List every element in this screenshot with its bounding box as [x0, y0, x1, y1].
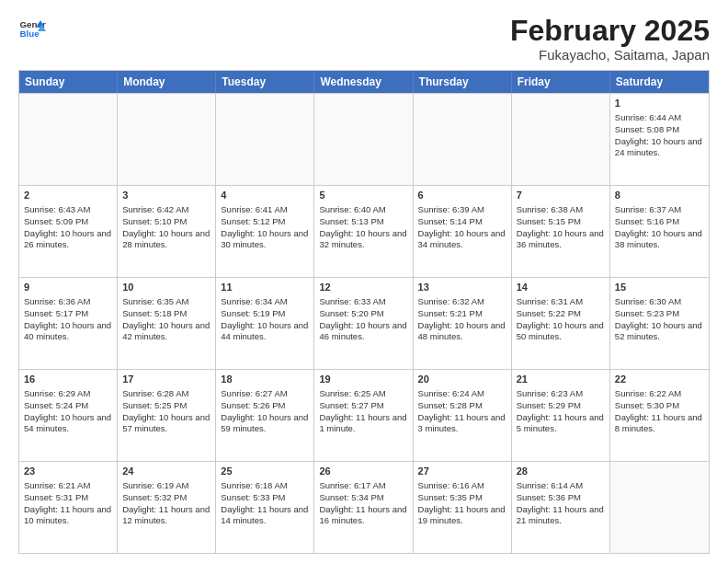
- cell-info-line: Daylight: 10 hours and 26 minutes.: [24, 228, 112, 252]
- cell-info-line: Daylight: 10 hours and 30 minutes.: [221, 228, 309, 252]
- cell-info-line: Sunrise: 6:40 AM: [319, 204, 407, 216]
- day-number-13: 13: [418, 281, 506, 294]
- day-number-26: 26: [319, 465, 407, 478]
- header-friday: Friday: [512, 71, 610, 93]
- cell-info-line: Daylight: 10 hours and 57 minutes.: [122, 412, 210, 436]
- cell-info-line: Daylight: 10 hours and 38 minutes.: [615, 228, 704, 252]
- cell-info-line: Daylight: 10 hours and 24 minutes.: [615, 136, 704, 160]
- cell-1-1: 3Sunrise: 6:42 AMSunset: 5:10 PMDaylight…: [118, 186, 216, 277]
- cell-info-line: Daylight: 10 hours and 42 minutes.: [122, 320, 210, 344]
- day-number-18: 18: [221, 373, 309, 386]
- cell-info-line: Sunrise: 6:39 AM: [418, 204, 506, 216]
- cell-info-line: Daylight: 10 hours and 44 minutes.: [221, 320, 309, 344]
- cell-info-line: Sunrise: 6:42 AM: [122, 204, 210, 216]
- cell-info-line: Sunset: 5:14 PM: [418, 216, 506, 228]
- cell-1-4: 6Sunrise: 6:39 AMSunset: 5:14 PMDaylight…: [414, 186, 512, 277]
- day-number-17: 17: [122, 373, 210, 386]
- main-title: February 2025: [510, 15, 710, 47]
- day-number-16: 16: [24, 373, 112, 386]
- cell-info-line: Sunset: 5:36 PM: [517, 492, 605, 504]
- cell-info-line: Sunrise: 6:16 AM: [418, 480, 506, 492]
- cell-info-line: Daylight: 11 hours and 8 minutes.: [615, 412, 704, 436]
- page: General Blue February 2025 Fukayacho, Sa…: [0, 0, 728, 563]
- cell-0-2: [216, 94, 314, 185]
- header-saturday: Saturday: [610, 71, 709, 93]
- cell-2-4: 13Sunrise: 6:32 AMSunset: 5:21 PMDayligh…: [414, 278, 512, 369]
- cell-0-3: [314, 94, 413, 185]
- cell-info-line: Sunrise: 6:22 AM: [615, 388, 704, 400]
- day-number-15: 15: [615, 281, 704, 294]
- day-number-10: 10: [122, 281, 210, 294]
- cell-0-5: [512, 94, 610, 185]
- header-monday: Monday: [118, 71, 216, 93]
- day-number-23: 23: [24, 465, 112, 478]
- cell-info-line: Daylight: 11 hours and 19 minutes.: [418, 504, 506, 528]
- cell-info-line: Sunrise: 6:31 AM: [517, 296, 605, 308]
- header-tuesday: Tuesday: [216, 71, 314, 93]
- day-number-5: 5: [319, 189, 407, 202]
- week-row-0: 1Sunrise: 6:44 AMSunset: 5:08 PMDaylight…: [19, 93, 709, 185]
- cell-info-line: Sunrise: 6:29 AM: [24, 388, 112, 400]
- day-number-22: 22: [615, 373, 704, 386]
- cell-info-line: Sunset: 5:27 PM: [319, 400, 407, 412]
- header-wednesday: Wednesday: [314, 71, 413, 93]
- cell-info-line: Sunset: 5:13 PM: [319, 216, 407, 228]
- cell-info-line: Daylight: 10 hours and 46 minutes.: [319, 320, 407, 344]
- cell-info-line: Sunset: 5:16 PM: [615, 216, 704, 228]
- cell-info-line: Daylight: 11 hours and 1 minute.: [319, 412, 407, 436]
- cell-info-line: Sunset: 5:29 PM: [517, 400, 605, 412]
- cell-info-line: Sunset: 5:35 PM: [418, 492, 506, 504]
- cell-info-line: Sunrise: 6:23 AM: [517, 388, 605, 400]
- cell-info-line: Sunrise: 6:38 AM: [517, 204, 605, 216]
- cell-info-line: Sunrise: 6:19 AM: [122, 480, 210, 492]
- cell-info-line: Sunset: 5:10 PM: [122, 216, 210, 228]
- cell-info-line: Sunrise: 6:24 AM: [418, 388, 506, 400]
- cell-3-1: 17Sunrise: 6:28 AMSunset: 5:25 PMDayligh…: [118, 370, 216, 461]
- cell-info-line: Daylight: 10 hours and 34 minutes.: [418, 228, 506, 252]
- header: General Blue February 2025 Fukayacho, Sa…: [18, 15, 710, 63]
- cell-info-line: Sunrise: 6:18 AM: [221, 480, 309, 492]
- cell-3-6: 22Sunrise: 6:22 AMSunset: 5:30 PMDayligh…: [610, 370, 709, 461]
- cell-info-line: Daylight: 10 hours and 28 minutes.: [122, 228, 210, 252]
- cell-2-5: 14Sunrise: 6:31 AMSunset: 5:22 PMDayligh…: [512, 278, 610, 369]
- cell-2-1: 10Sunrise: 6:35 AMSunset: 5:18 PMDayligh…: [118, 278, 216, 369]
- cell-info-line: Sunset: 5:32 PM: [122, 492, 210, 504]
- cell-info-line: Daylight: 11 hours and 16 minutes.: [319, 504, 407, 528]
- cell-info-line: Daylight: 11 hours and 10 minutes.: [24, 504, 112, 528]
- cell-info-line: Sunset: 5:19 PM: [221, 308, 309, 320]
- cell-info-line: Sunrise: 6:32 AM: [418, 296, 506, 308]
- calendar-body: 1Sunrise: 6:44 AMSunset: 5:08 PMDaylight…: [19, 93, 709, 553]
- cell-1-6: 8Sunrise: 6:37 AMSunset: 5:16 PMDaylight…: [610, 186, 709, 277]
- cell-info-line: Daylight: 11 hours and 14 minutes.: [221, 504, 309, 528]
- day-number-25: 25: [221, 465, 309, 478]
- cell-info-line: Sunset: 5:08 PM: [615, 124, 704, 136]
- cell-info-line: Sunset: 5:24 PM: [24, 400, 112, 412]
- day-number-14: 14: [517, 281, 605, 294]
- cell-info-line: Sunrise: 6:25 AM: [319, 388, 407, 400]
- cell-info-line: Daylight: 10 hours and 50 minutes.: [517, 320, 605, 344]
- cell-info-line: Sunrise: 6:44 AM: [615, 112, 704, 124]
- cell-4-1: 24Sunrise: 6:19 AMSunset: 5:32 PMDayligh…: [118, 462, 216, 553]
- cell-2-6: 15Sunrise: 6:30 AMSunset: 5:23 PMDayligh…: [610, 278, 709, 369]
- week-row-4: 23Sunrise: 6:21 AMSunset: 5:31 PMDayligh…: [19, 461, 709, 553]
- cell-1-5: 7Sunrise: 6:38 AMSunset: 5:15 PMDaylight…: [512, 186, 610, 277]
- day-number-8: 8: [615, 189, 704, 202]
- cell-info-line: Sunset: 5:09 PM: [24, 216, 112, 228]
- cell-3-5: 21Sunrise: 6:23 AMSunset: 5:29 PMDayligh…: [512, 370, 610, 461]
- subtitle: Fukayacho, Saitama, Japan: [510, 47, 710, 63]
- cell-3-0: 16Sunrise: 6:29 AMSunset: 5:24 PMDayligh…: [19, 370, 118, 461]
- cell-info-line: Sunset: 5:23 PM: [615, 308, 704, 320]
- cell-4-3: 26Sunrise: 6:17 AMSunset: 5:34 PMDayligh…: [314, 462, 413, 553]
- day-number-27: 27: [418, 465, 506, 478]
- week-row-2: 9Sunrise: 6:36 AMSunset: 5:17 PMDaylight…: [19, 277, 709, 369]
- cell-info-line: Sunset: 5:30 PM: [615, 400, 704, 412]
- cell-info-line: Daylight: 10 hours and 52 minutes.: [615, 320, 704, 344]
- cell-4-6: [610, 462, 709, 553]
- cell-info-line: Daylight: 10 hours and 54 minutes.: [24, 412, 112, 436]
- cell-info-line: Daylight: 10 hours and 32 minutes.: [319, 228, 407, 252]
- day-number-11: 11: [221, 281, 309, 294]
- day-number-7: 7: [517, 189, 605, 202]
- cell-info-line: Sunrise: 6:21 AM: [24, 480, 112, 492]
- cell-0-1: [118, 94, 216, 185]
- cell-info-line: Sunset: 5:22 PM: [517, 308, 605, 320]
